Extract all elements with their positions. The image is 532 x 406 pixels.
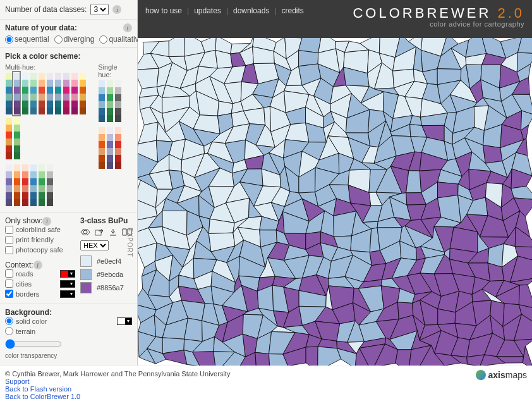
footer: © Cynthia Brewer, Mark Harrower and The …: [0, 366, 532, 404]
single-hue-label: Single hue:: [98, 63, 132, 78]
color-ramp[interactable]: [98, 126, 104, 169]
context-group: Context:i roads ▾ cities ▾ borders ▾: [5, 261, 75, 298]
scheme-detail-section: Only show:i colorblind safe print friend…: [0, 212, 137, 304]
color-ramp[interactable]: [30, 164, 36, 207]
legend-row: #e0ecf4: [80, 255, 132, 267]
color-ramp[interactable]: [114, 80, 121, 123]
brand-name: COLORBREWER: [353, 5, 491, 21]
download-icon[interactable]: [108, 228, 118, 237]
legend-hex: #8856a7: [97, 284, 124, 292]
color-ramp[interactable]: [13, 164, 20, 207]
color-format-select[interactable]: HEX: [80, 240, 109, 250]
color-ramp[interactable]: [98, 80, 104, 123]
legend-hex: #9ebcda: [97, 271, 123, 278]
info-icon[interactable]: i: [42, 217, 51, 226]
background-label: Background:: [5, 308, 52, 317]
legend-row: #8856a7: [80, 282, 132, 293]
context-cities[interactable]: cities ▾: [5, 280, 75, 288]
color-ramp[interactable]: [54, 72, 61, 115]
globe-icon: [476, 370, 486, 380]
color-ramp[interactable]: [63, 72, 69, 115]
export-vertical-label[interactable]: EXPORT: [126, 228, 133, 257]
bg-color-picker[interactable]: ▾: [117, 317, 132, 325]
top-nav: how to use| updates| downloads| credits: [145, 5, 304, 15]
nature-qualitative[interactable]: qualitative: [99, 35, 143, 44]
bg-terrain[interactable]: terrain: [5, 327, 132, 335]
transparency-slider[interactable]: [5, 339, 62, 349]
legend-row: #9ebcda: [80, 269, 132, 280]
copyright: © Cynthia Brewer, Mark Harrower and The …: [5, 370, 230, 378]
info-icon[interactable]: i: [123, 23, 132, 32]
sidebar: Number of data classes: 3 i Nature of yo…: [0, 0, 138, 366]
eye-icon[interactable]: [80, 228, 90, 237]
bg-solid[interactable]: solid color ▾: [5, 317, 132, 325]
nav-credits[interactable]: credits: [282, 6, 304, 15]
nav-downloads[interactable]: downloads: [233, 6, 269, 15]
only-show-colorblind[interactable]: colorblind safe: [5, 226, 75, 234]
legend-swatch: [80, 255, 92, 267]
cities-color-picker[interactable]: ▾: [60, 280, 75, 288]
context-roads[interactable]: roads ▾: [5, 269, 75, 278]
num-classes-label: Number of data classes:: [5, 5, 87, 14]
scheme-tool-icons: [80, 228, 132, 237]
nature-label: Nature of your data:: [5, 23, 77, 32]
info-icon[interactable]: i: [33, 261, 42, 269]
axismaps-logo[interactable]: axismaps: [476, 370, 527, 380]
scheme-name: 3-class BuPu: [80, 216, 132, 225]
only-show-label: Only show:: [5, 216, 42, 225]
color-ramp[interactable]: [46, 72, 52, 115]
nav-updates[interactable]: updates: [194, 6, 221, 15]
pick-scheme-label: Pick a color scheme:: [5, 52, 132, 61]
color-ramp[interactable]: [71, 72, 77, 115]
color-ramp[interactable]: [38, 164, 44, 207]
color-ramp[interactable]: [5, 164, 11, 207]
nature-section: Nature of your data: i sequential diverg…: [0, 20, 137, 48]
color-ramp[interactable]: [5, 72, 11, 115]
main-content: how to use| updates| downloads| credits …: [138, 0, 532, 366]
choropleth-map[interactable]: [138, 38, 532, 366]
only-show-print[interactable]: print friendly: [5, 236, 75, 244]
color-ramp[interactable]: [21, 72, 28, 115]
flash-link[interactable]: Back to Flash version: [5, 385, 230, 393]
nav-how-to-use[interactable]: how to use: [145, 6, 182, 15]
context-borders[interactable]: borders ▾: [5, 290, 75, 298]
export-icon[interactable]: [94, 228, 104, 237]
color-ramp[interactable]: [21, 164, 28, 207]
color-ramp[interactable]: [79, 72, 85, 115]
borders-color-picker[interactable]: ▾: [60, 290, 75, 298]
background-section: Background: solid color ▾ terrain color …: [0, 304, 137, 363]
nature-sequential[interactable]: sequential: [5, 35, 49, 44]
color-ramp[interactable]: [38, 72, 44, 115]
legend-swatch: [80, 282, 92, 293]
top-bar: how to use| updates| downloads| credits …: [138, 0, 532, 38]
color-ramp[interactable]: [13, 72, 20, 115]
color-ramp[interactable]: [114, 126, 121, 169]
color-ramp[interactable]: [13, 117, 20, 160]
context-label: Context:: [5, 261, 33, 269]
support-link[interactable]: Support: [5, 378, 230, 385]
num-classes-section: Number of data classes: 3 i: [0, 0, 137, 20]
nature-diverging[interactable]: diverging: [54, 35, 95, 44]
brand-version: 2.0: [497, 5, 524, 21]
color-ramp[interactable]: [106, 126, 112, 169]
info-icon[interactable]: i: [112, 5, 121, 14]
v1-link[interactable]: Back to ColorBrewer 1.0: [5, 393, 230, 400]
brand: COLORBREWER 2.0 color advice for cartogr…: [353, 5, 524, 28]
only-show-photocopy[interactable]: photocopy safe: [5, 246, 75, 254]
num-classes-select[interactable]: 3: [90, 4, 109, 15]
color-ramp[interactable]: [30, 72, 36, 115]
roads-color-picker[interactable]: ▾: [60, 270, 75, 278]
color-ramp[interactable]: [46, 164, 52, 207]
scheme-picker-section: Pick a color scheme: Multi-hue: Single h…: [0, 48, 137, 212]
transparency-label: color transparency: [5, 352, 132, 359]
legend-swatch: [80, 269, 92, 280]
color-ramp[interactable]: [5, 117, 11, 160]
only-show-group: Only show:i colorblind safe print friend…: [5, 216, 75, 254]
multi-hue-label: Multi-hue:: [5, 63, 85, 71]
color-ramp[interactable]: [106, 80, 112, 123]
legend-hex: #e0ecf4: [97, 257, 121, 265]
